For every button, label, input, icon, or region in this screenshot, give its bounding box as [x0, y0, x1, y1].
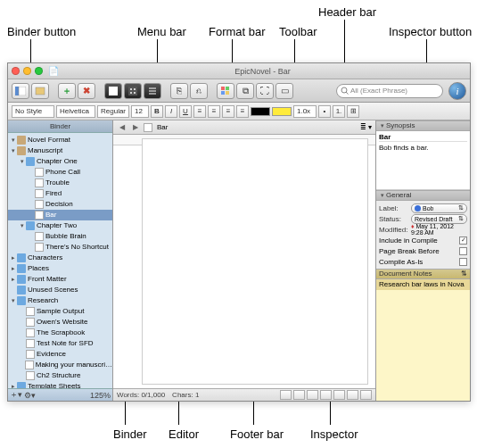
- general-header[interactable]: ▾General: [376, 190, 470, 201]
- search-field[interactable]: All (Exact Phrase): [336, 84, 443, 98]
- binder-item[interactable]: The Scrapbook: [8, 328, 112, 338]
- align-justify-button[interactable]: ≡: [236, 105, 249, 118]
- align-center-button[interactable]: ≡: [208, 105, 220, 118]
- view-mode-doc-button[interactable]: [104, 83, 122, 99]
- svg-rect-2: [36, 87, 45, 95]
- label-selector[interactable]: Bob⇅: [411, 203, 467, 213]
- binder-item[interactable]: Phone Call: [8, 167, 112, 178]
- binder-item[interactable]: ▾Chapter One: [8, 156, 112, 167]
- binder-toggle-button[interactable]: [12, 83, 29, 99]
- binder-item[interactable]: Making your manuscri…: [8, 360, 112, 370]
- binder-item[interactable]: ▾Chapter Two: [8, 220, 112, 231]
- disclosure-triangle-icon[interactable]: ▾: [10, 295, 17, 306]
- keywords-button[interactable]: [217, 83, 234, 99]
- page[interactable]: [142, 138, 368, 385]
- compose-button[interactable]: ▭: [276, 83, 293, 99]
- binder-item-label: Research: [28, 295, 58, 306]
- synopsis-text[interactable]: Bob finds a bar.: [379, 144, 467, 152]
- align-right-button[interactable]: ≡: [222, 105, 234, 118]
- nav-forward-button[interactable]: ▶: [130, 122, 141, 133]
- disclosure-triangle-icon[interactable]: ▾: [10, 145, 17, 156]
- synopsis-header[interactable]: ▾Synopsis: [376, 120, 470, 131]
- binder-item[interactable]: Unused Scenes: [8, 285, 112, 295]
- footer-btn-5[interactable]: [333, 390, 345, 400]
- delete-button[interactable]: ✖: [78, 83, 95, 99]
- disclosure-triangle-icon[interactable]: ▸: [10, 263, 17, 274]
- size-selector[interactable]: 12: [131, 105, 149, 118]
- disclosure-triangle-icon[interactable]: ▸: [10, 253, 17, 263]
- binder-item[interactable]: Sample Output: [8, 306, 112, 317]
- callout-binder-button: Binder button: [7, 25, 76, 38]
- svg-rect-3: [109, 87, 118, 95]
- binder-tree[interactable]: ▾Novel Format▾Manuscript▾Chapter OnePhon…: [8, 133, 112, 388]
- binder-panel: Binder ▾Novel Format▾Manuscript▾Chapter …: [8, 120, 113, 401]
- binder-item[interactable]: Evidence: [8, 349, 112, 360]
- status-selector[interactable]: Revised Draft⇅: [411, 214, 467, 224]
- text-color-swatch[interactable]: [251, 107, 270, 116]
- align-left-button[interactable]: ≡: [193, 105, 206, 118]
- footer-btn-2[interactable]: [293, 390, 305, 400]
- binder-item[interactable]: ▸Places: [8, 263, 112, 274]
- binder-item[interactable]: ▸Characters: [8, 253, 112, 263]
- italic-button[interactable]: I: [165, 105, 177, 118]
- footer-btn-1[interactable]: [280, 390, 292, 400]
- editor-split-button[interactable]: ≣ ▾: [360, 123, 372, 131]
- editor-body[interactable]: [113, 135, 375, 388]
- binder-item[interactable]: Fired: [8, 188, 112, 199]
- bold-button[interactable]: B: [151, 105, 163, 118]
- binder-add-button[interactable]: ＋▾: [10, 389, 22, 401]
- binder-item[interactable]: There's No Shortcut: [8, 242, 112, 253]
- compile-button[interactable]: ⎘: [170, 83, 188, 99]
- binder-item[interactable]: Ch2 Structure: [8, 370, 112, 381]
- include-compile-checkbox[interactable]: ✓: [459, 236, 467, 245]
- spacing-selector[interactable]: 1.0x: [293, 105, 317, 118]
- disclosure-triangle-icon[interactable]: ▸: [10, 274, 17, 285]
- notes-body[interactable]: [376, 290, 470, 401]
- highlight-color-swatch[interactable]: [272, 107, 292, 116]
- fullscreen-button[interactable]: ⛶: [256, 83, 274, 99]
- disclosure-triangle-icon[interactable]: ▾: [19, 220, 26, 231]
- binder-item[interactable]: ▸Front Matter: [8, 274, 112, 285]
- snapshot-button[interactable]: ⎌: [190, 83, 208, 99]
- list-bullet-button[interactable]: •: [318, 105, 331, 118]
- zoom-window-button[interactable]: [35, 67, 43, 75]
- disclosure-triangle-icon[interactable]: ▸: [10, 381, 17, 388]
- list-number-button[interactable]: 1.: [333, 105, 345, 118]
- view-mode-cork-button[interactable]: [124, 83, 142, 99]
- view-mode-outline-button[interactable]: [144, 83, 161, 99]
- disclosure-triangle-icon[interactable]: ▾: [10, 135, 17, 145]
- font-selector[interactable]: Helvetica: [56, 105, 95, 118]
- binder-item[interactable]: Trouble: [8, 178, 112, 188]
- binder-item[interactable]: ▾Research: [8, 295, 112, 306]
- notes-header[interactable]: Document Notes⇅: [376, 269, 470, 279]
- close-window-button[interactable]: [12, 67, 20, 75]
- binder-gear-button[interactable]: ⚙▾: [24, 391, 36, 400]
- collection-button[interactable]: [31, 83, 49, 99]
- add-button[interactable]: ＋: [58, 83, 76, 99]
- footer-btn-6[interactable]: [347, 390, 358, 400]
- binder-item[interactable]: Bar: [8, 210, 112, 220]
- underline-button[interactable]: U: [179, 105, 192, 118]
- footer-btn-3[interactable]: [307, 390, 318, 400]
- disclosure-triangle-icon[interactable]: ▾: [19, 156, 26, 167]
- inspector-toggle-button[interactable]: i: [448, 82, 466, 100]
- zoom-level[interactable]: 125%: [90, 391, 111, 400]
- footer-btn-7[interactable]: [360, 390, 372, 400]
- table-button[interactable]: ⊞: [347, 105, 359, 118]
- binder-item[interactable]: Bubble Brain: [8, 231, 112, 242]
- quickref-button[interactable]: ⧉: [236, 83, 254, 99]
- footer-btn-4[interactable]: [320, 390, 332, 400]
- binder-item[interactable]: ▾Manuscript: [8, 145, 112, 156]
- compile-asis-checkbox[interactable]: [459, 258, 467, 266]
- binder-item[interactable]: Decision: [8, 199, 112, 210]
- page-break-checkbox[interactable]: [459, 247, 467, 255]
- binder-item[interactable]: Test Note for SFD: [8, 338, 112, 349]
- minimize-window-button[interactable]: [23, 67, 31, 75]
- style-selector[interactable]: No Style: [12, 105, 54, 118]
- synopsis-card[interactable]: Bar Bob finds a bar.: [376, 131, 470, 190]
- binder-item[interactable]: ▾Novel Format: [8, 135, 112, 145]
- nav-back-button[interactable]: ◀: [117, 122, 127, 133]
- binder-item[interactable]: Owen's Website: [8, 317, 112, 328]
- binder-item[interactable]: ▸Template Sheets: [8, 381, 112, 388]
- weight-selector[interactable]: Regular: [97, 105, 129, 118]
